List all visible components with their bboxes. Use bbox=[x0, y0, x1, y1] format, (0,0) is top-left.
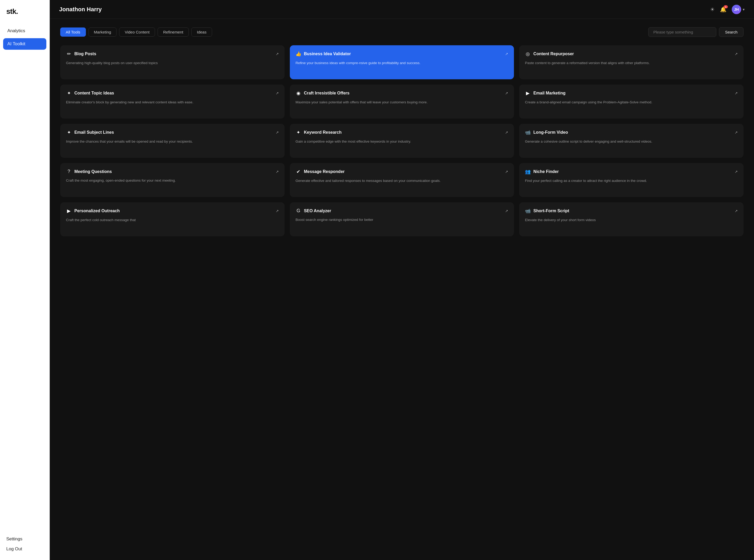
tool-card-personalized-outreach[interactable]: ▶ Personalized Outreach ↗ Craft the perf… bbox=[60, 202, 285, 236]
tool-arrow-personalized-outreach: ↗ bbox=[276, 209, 279, 213]
sidebar: stk. Analytics AI Toolkit Settings Log O… bbox=[0, 0, 50, 560]
tool-card-header: 👍 Business Idea Validator ↗ bbox=[295, 51, 508, 57]
tool-card-header: ✦ Keyword Research ↗ bbox=[295, 129, 508, 135]
tool-card-business-idea-validator[interactable]: 👍 Business Idea Validator ↗ Refine your … bbox=[290, 45, 514, 79]
avatar: JH bbox=[732, 5, 741, 14]
tool-arrow-seo-analyzer: ↗ bbox=[505, 209, 508, 213]
tool-arrow-message-responder: ↗ bbox=[505, 169, 508, 174]
tool-card-content-topic-ideas[interactable]: ✦ Content Topic Ideas ↗ Eliminate creato… bbox=[60, 84, 285, 119]
tool-title-business-idea-validator: Business Idea Validator bbox=[304, 52, 351, 56]
tool-title-craft-irresistible-offers: Craft Irresistible Offers bbox=[304, 91, 349, 96]
sidebar-item-logout[interactable]: Log Out bbox=[6, 546, 43, 552]
tool-title-niche-finder: Niche Finder bbox=[533, 169, 559, 174]
filter-bar: All Tools Marketing Video Content Refine… bbox=[60, 27, 743, 37]
tool-icon-content-topic-ideas: ✦ bbox=[66, 90, 72, 96]
tool-card-long-form-video[interactable]: 📹 Long-Form Video ↗ Generate a cohesive … bbox=[519, 124, 743, 158]
tool-desc-long-form-video: Generate a cohesive outline script to de… bbox=[525, 139, 738, 144]
tool-title-row: ▶ Personalized Outreach bbox=[66, 208, 120, 214]
tool-card-email-subject-lines[interactable]: ✦ Email Subject Lines ↗ Improve the chan… bbox=[60, 124, 285, 158]
tool-card-header: ✦ Content Topic Ideas ↗ bbox=[66, 90, 279, 96]
tool-card-meeting-questions[interactable]: ? Meeting Questions ↗ Craft the most eng… bbox=[60, 163, 285, 197]
tool-arrow-long-form-video: ↗ bbox=[735, 130, 738, 135]
tool-card-keyword-research[interactable]: ✦ Keyword Research ↗ Gain a competitive … bbox=[290, 124, 514, 158]
tool-desc-content-topic-ideas: Eliminate creator's block by generating … bbox=[66, 100, 279, 105]
chevron-down-icon: ▾ bbox=[743, 7, 745, 12]
tool-desc-content-repurposer: Paste content to generate a reformatted … bbox=[525, 60, 738, 66]
sun-icon: ☀ bbox=[710, 6, 715, 12]
tool-desc-meeting-questions: Craft the most engaging, open-ended ques… bbox=[66, 178, 279, 183]
notification-badge: 1 bbox=[723, 5, 728, 8]
tool-icon-message-responder: ✔ bbox=[295, 169, 301, 175]
filter-tabs: All Tools Marketing Video Content Refine… bbox=[60, 27, 212, 37]
sidebar-item-analytics[interactable]: Analytics bbox=[3, 25, 46, 37]
tool-arrow-email-subject-lines: ↗ bbox=[276, 130, 279, 135]
tool-title-row: ◉ Craft Irresistible Offers bbox=[295, 90, 349, 96]
tool-desc-email-subject-lines: Improve the chances that your emails wil… bbox=[66, 139, 279, 144]
tool-card-niche-finder[interactable]: 👥 Niche Finder ↗ Find your perfect calli… bbox=[519, 163, 743, 197]
tool-arrow-keyword-research: ↗ bbox=[505, 130, 508, 135]
tool-title-message-responder: Message Responder bbox=[304, 169, 345, 174]
tab-video-content[interactable]: Video Content bbox=[119, 27, 155, 37]
header-right: ☀ 🔔 1 JH ▾ bbox=[710, 5, 745, 14]
tool-arrow-content-topic-ideas: ↗ bbox=[276, 91, 279, 95]
tool-icon-keyword-research: ✦ bbox=[295, 129, 301, 135]
tab-all-tools[interactable]: All Tools bbox=[60, 27, 86, 37]
tool-title-email-subject-lines: Email Subject Lines bbox=[74, 130, 114, 135]
tool-title-row: 📹 Long-Form Video bbox=[525, 129, 568, 135]
tool-title-seo-analyzer: SEO Analyzer bbox=[304, 208, 331, 213]
search-button[interactable]: Search bbox=[719, 27, 743, 37]
tool-card-blog-posts[interactable]: ✏ Blog Posts ↗ Generating high-quality b… bbox=[60, 45, 285, 79]
search-area: Search bbox=[648, 27, 743, 37]
tool-card-header: ✦ Email Subject Lines ↗ bbox=[66, 129, 279, 135]
tool-desc-message-responder: Generate effective and tailored response… bbox=[295, 178, 508, 183]
tool-card-short-form-script[interactable]: 📹 Short-Form Script ↗ Elevate the delive… bbox=[519, 202, 743, 236]
tab-refinement[interactable]: Refinement bbox=[158, 27, 189, 37]
tool-card-seo-analyzer[interactable]: G SEO Analyzer ↗ Boost search engine ran… bbox=[290, 202, 514, 236]
tool-desc-short-form-script: Elevate the delivery of your short form … bbox=[525, 218, 738, 223]
tool-icon-seo-analyzer: G bbox=[295, 208, 301, 214]
tool-desc-blog-posts: Generating high-quality blog posts on us… bbox=[66, 60, 279, 66]
search-input[interactable] bbox=[648, 27, 716, 37]
tool-icon-short-form-script: 📹 bbox=[525, 208, 531, 214]
theme-icon[interactable]: ☀ bbox=[710, 6, 715, 13]
tool-card-header: ? Meeting Questions ↗ bbox=[66, 169, 279, 174]
tool-desc-niche-finder: Find your perfect calling as a creator t… bbox=[525, 178, 738, 183]
tab-ideas[interactable]: Ideas bbox=[191, 27, 212, 37]
tool-icon-meeting-questions: ? bbox=[66, 169, 72, 174]
tool-card-header: ✔ Message Responder ↗ bbox=[295, 169, 508, 175]
content-area: All Tools Marketing Video Content Refine… bbox=[50, 19, 754, 560]
tool-desc-keyword-research: Gain a competitive edge with the most ef… bbox=[295, 139, 508, 144]
tool-icon-content-repurposer: ◎ bbox=[525, 51, 531, 57]
tool-card-content-repurposer[interactable]: ◎ Content Repurposer ↗ Paste content to … bbox=[519, 45, 743, 79]
tool-title-keyword-research: Keyword Research bbox=[304, 130, 342, 135]
tab-marketing[interactable]: Marketing bbox=[89, 27, 117, 37]
tool-card-message-responder[interactable]: ✔ Message Responder ↗ Generate effective… bbox=[290, 163, 514, 197]
sidebar-item-settings[interactable]: Settings bbox=[6, 537, 43, 542]
tool-icon-personalized-outreach: ▶ bbox=[66, 208, 72, 214]
tool-arrow-blog-posts: ↗ bbox=[276, 52, 279, 56]
tool-card-header: 📹 Short-Form Script ↗ bbox=[525, 208, 738, 214]
tool-arrow-meeting-questions: ↗ bbox=[276, 169, 279, 174]
tool-card-header: ◉ Craft Irresistible Offers ↗ bbox=[295, 90, 508, 96]
tool-arrow-business-idea-validator: ↗ bbox=[505, 52, 508, 56]
user-menu[interactable]: JH ▾ bbox=[732, 5, 745, 14]
tool-title-row: ✏ Blog Posts bbox=[66, 51, 96, 57]
tool-title-content-topic-ideas: Content Topic Ideas bbox=[74, 91, 114, 96]
tool-title-row: ✔ Message Responder bbox=[295, 169, 345, 175]
tool-card-header: ▶ Email Marketing ↗ bbox=[525, 90, 738, 96]
tool-title-row: 👍 Business Idea Validator bbox=[295, 51, 351, 57]
tool-icon-blog-posts: ✏ bbox=[66, 51, 72, 57]
tool-card-header: ◎ Content Repurposer ↗ bbox=[525, 51, 738, 57]
tool-arrow-craft-irresistible-offers: ↗ bbox=[505, 91, 508, 95]
sidebar-bottom: Settings Log Out bbox=[0, 532, 50, 560]
notifications-icon[interactable]: 🔔 1 bbox=[720, 6, 727, 13]
tool-title-row: 👥 Niche Finder bbox=[525, 169, 559, 175]
sidebar-nav: Analytics AI Toolkit bbox=[0, 25, 50, 532]
tool-card-email-marketing[interactable]: ▶ Email Marketing ↗ Create a brand-align… bbox=[519, 84, 743, 119]
tool-title-personalized-outreach: Personalized Outreach bbox=[74, 208, 120, 213]
sidebar-item-ai-toolkit[interactable]: AI Toolkit bbox=[3, 38, 46, 50]
tool-card-header: G SEO Analyzer ↗ bbox=[295, 208, 508, 214]
header: Jonathon Harry ☀ 🔔 1 JH ▾ bbox=[50, 0, 754, 19]
tool-card-craft-irresistible-offers[interactable]: ◉ Craft Irresistible Offers ↗ Maximize y… bbox=[290, 84, 514, 119]
tool-icon-email-marketing: ▶ bbox=[525, 90, 531, 96]
